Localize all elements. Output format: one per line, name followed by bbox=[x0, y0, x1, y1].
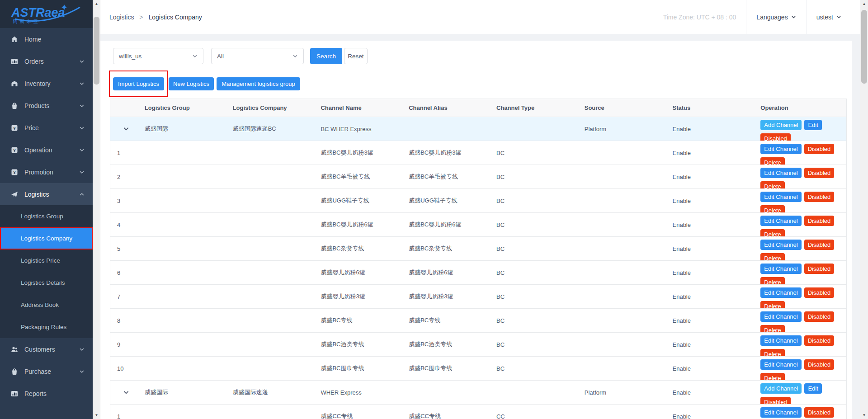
import-logistics-button[interactable]: Import Logistics bbox=[113, 77, 164, 90]
channel-name-cell: 威盛婴儿奶粉3罐 bbox=[321, 285, 409, 308]
page-scrollbar[interactable]: ▲ ▼ bbox=[860, 0, 868, 419]
delete-button[interactable]: Delete bbox=[760, 157, 785, 165]
chevron-down-icon bbox=[79, 169, 85, 175]
channel-type-cell: BC bbox=[496, 357, 585, 380]
delete-button[interactable]: Delete bbox=[760, 205, 785, 212]
delete-button[interactable]: Delete bbox=[760, 301, 785, 308]
disabled-button[interactable]: Disabled bbox=[760, 133, 791, 141]
brand-name-cn: 阿斯米亚 bbox=[13, 19, 40, 24]
delete-button[interactable]: Delete bbox=[760, 349, 785, 356]
source-cell bbox=[585, 261, 673, 284]
chevron-down-icon[interactable] bbox=[123, 389, 129, 395]
disabled-button[interactable]: Disabled bbox=[804, 407, 835, 418]
sidebar-item-logistics-company[interactable]: Logistics Company bbox=[0, 227, 93, 250]
disabled-button[interactable]: Disabled bbox=[804, 240, 835, 250]
channel-alias-cell bbox=[409, 381, 496, 404]
sidebar-item-packaging-rules[interactable]: Packaging Rules bbox=[0, 316, 93, 338]
scroll-up-icon[interactable]: ▲ bbox=[860, 0, 868, 8]
delete-button[interactable]: Delete bbox=[760, 253, 785, 260]
row-index: 9 bbox=[110, 341, 120, 348]
sidebar-item-logistics-price[interactable]: Logistics Price bbox=[0, 250, 93, 272]
disabled-button[interactable]: Disabled bbox=[804, 192, 835, 202]
logistics-table: Logistics GroupLogistics CompanyChannel … bbox=[110, 99, 847, 419]
sidebar-scrollbar[interactable]: ▲ ▼ bbox=[93, 0, 100, 419]
scrollbar-thumb[interactable] bbox=[861, 10, 867, 84]
operation-cell: Edit ChannelDisabledDelete bbox=[760, 237, 846, 260]
edit-channel-button[interactable]: Edit Channel bbox=[760, 407, 801, 418]
sidebar-item-price[interactable]: ¥Price bbox=[0, 117, 93, 139]
chevron-down-icon[interactable] bbox=[123, 126, 129, 132]
logistics-group-cell bbox=[145, 333, 233, 356]
channel-type-cell: CC bbox=[496, 405, 585, 419]
scroll-down-icon[interactable]: ▼ bbox=[93, 411, 100, 419]
column-header-channel-type: Channel Type bbox=[496, 99, 585, 117]
edit-channel-button[interactable]: Edit Channel bbox=[760, 192, 801, 202]
search-button[interactable]: Search bbox=[310, 48, 342, 64]
expand-cell bbox=[110, 381, 145, 404]
scroll-up-icon[interactable]: ▲ bbox=[93, 0, 100, 8]
delete-button[interactable]: Delete bbox=[760, 181, 785, 188]
edit-channel-button[interactable]: Edit Channel bbox=[760, 311, 801, 322]
sidebar-item-operation[interactable]: ¥Operation bbox=[0, 139, 93, 161]
edit-button[interactable]: Edit bbox=[804, 120, 821, 130]
sidebar-item-products[interactable]: Products bbox=[0, 94, 93, 117]
edit-channel-button[interactable]: Edit Channel bbox=[760, 144, 801, 154]
scroll-down-icon[interactable]: ▼ bbox=[860, 411, 868, 419]
sidebar-item-home[interactable]: Home bbox=[0, 28, 93, 50]
disabled-button[interactable]: Disabled bbox=[804, 144, 835, 154]
disabled-button[interactable]: Disabled bbox=[804, 264, 835, 274]
edit-channel-button[interactable]: Edit Channel bbox=[760, 168, 801, 178]
products-icon bbox=[11, 102, 18, 109]
edit-button[interactable]: Edit bbox=[804, 383, 821, 394]
top-header: Logistics > Logistics Company Time Zone:… bbox=[100, 0, 860, 34]
delete-button[interactable]: Delete bbox=[760, 325, 785, 332]
channel-name-cell: 威盛BC杂货专线 bbox=[321, 237, 409, 260]
delete-button[interactable]: Delete bbox=[760, 229, 785, 236]
disabled-button[interactable]: Disabled bbox=[804, 168, 835, 178]
edit-channel-button[interactable]: Edit Channel bbox=[760, 264, 801, 274]
chevron-down-icon bbox=[79, 59, 85, 64]
sidebar-item-logistics-details[interactable]: Logistics Details bbox=[0, 272, 93, 294]
management-logistics-group-button[interactable]: Management logistics group bbox=[217, 77, 300, 90]
operation-icon: ¥ bbox=[11, 146, 18, 154]
source-cell bbox=[585, 405, 673, 419]
edit-channel-button[interactable]: Edit Channel bbox=[760, 240, 801, 250]
account-select[interactable]: willis_us bbox=[113, 48, 203, 64]
new-logistics-button[interactable]: New Logistics bbox=[169, 77, 214, 90]
reset-button[interactable]: Reset bbox=[344, 48, 368, 64]
scrollbar-thumb[interactable] bbox=[94, 17, 99, 85]
sidebar-item-address-book[interactable]: Address Book bbox=[0, 294, 93, 316]
sidebar-item-customers[interactable]: Customers bbox=[0, 338, 93, 360]
delete-button[interactable]: Delete bbox=[760, 277, 785, 284]
add-channel-button[interactable]: Add Channel bbox=[760, 383, 802, 394]
disabled-button[interactable]: Disabled bbox=[804, 311, 835, 322]
brand-logo[interactable]: ASTRaea 阿斯米亚 bbox=[0, 0, 93, 28]
status-cell: Enable bbox=[673, 333, 761, 356]
channel-row: 3威盛UGG鞋子专线威盛UGG鞋子专线BCEnableEdit ChannelD… bbox=[110, 189, 846, 213]
sidebar-item-inventory[interactable]: Inventory bbox=[0, 72, 93, 94]
edit-channel-button[interactable]: Edit Channel bbox=[760, 335, 801, 346]
sidebar-item-purchase[interactable]: Purchase bbox=[0, 360, 93, 382]
sidebar-item-logistics[interactable]: Logistics bbox=[0, 183, 93, 205]
edit-channel-button[interactable]: Edit Channel bbox=[760, 287, 801, 298]
edit-channel-button[interactable]: Edit Channel bbox=[760, 359, 801, 370]
disabled-button[interactable]: Disabled bbox=[804, 287, 835, 298]
delete-button[interactable]: Delete bbox=[760, 373, 785, 380]
disabled-button[interactable]: Disabled bbox=[804, 216, 835, 226]
disabled-button[interactable]: Disabled bbox=[804, 335, 835, 346]
sidebar-item-logistics-group[interactable]: Logistics Group bbox=[0, 205, 93, 227]
sidebar-item-reports[interactable]: Reports bbox=[0, 382, 93, 405]
disabled-button[interactable]: Disabled bbox=[760, 397, 791, 404]
add-channel-button[interactable]: Add Channel bbox=[760, 120, 802, 130]
edit-channel-button[interactable]: Edit Channel bbox=[760, 216, 801, 226]
sidebar-item-label: Logistics Group bbox=[21, 213, 63, 220]
user-menu[interactable]: ustest bbox=[807, 0, 851, 34]
type-select[interactable]: All bbox=[211, 48, 304, 64]
row-index: 8 bbox=[110, 317, 120, 324]
breadcrumb-parent[interactable]: Logistics bbox=[109, 14, 134, 21]
disabled-button[interactable]: Disabled bbox=[804, 359, 835, 370]
channel-alias-cell: 威盛婴儿奶粉6罐 bbox=[409, 261, 496, 284]
sidebar-item-orders[interactable]: Orders bbox=[0, 50, 93, 72]
sidebar-item-promotion[interactable]: ¥Promotion bbox=[0, 161, 93, 183]
languages-menu[interactable]: Languages bbox=[746, 0, 806, 34]
